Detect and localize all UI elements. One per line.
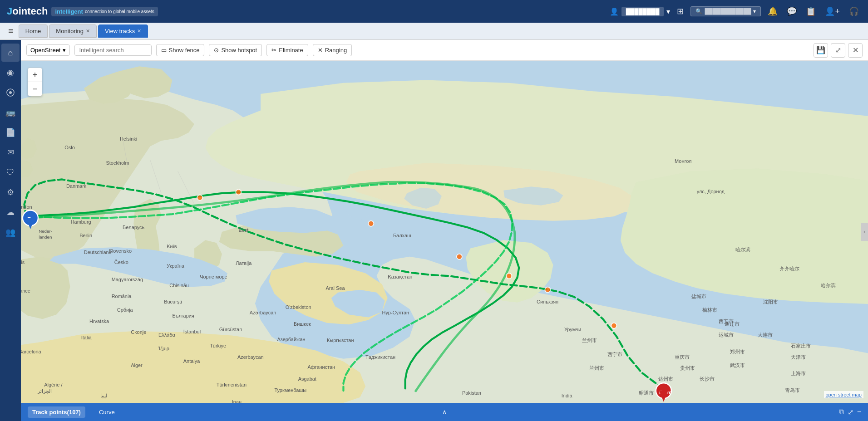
svg-text:O'zbekiston: O'zbekiston <box>286 304 311 310</box>
hotspot-label: Show hotspot <box>221 47 257 54</box>
ranging-button[interactable]: ✕ Ranging <box>313 44 352 56</box>
sidebar-item-messages[interactable]: ✉ <box>1 143 20 162</box>
header: Jointech intelligent connection to globa… <box>0 0 868 23</box>
zoom-in-button[interactable]: + <box>28 68 42 82</box>
message-icon[interactable]: 💬 <box>784 4 799 19</box>
svg-point-7 <box>197 195 202 201</box>
sidebar-item-settings[interactable]: ⚙ <box>1 183 20 201</box>
svg-text:Аsgabat: Аsgabat <box>298 376 316 382</box>
svg-text:الجزائر: الجزائر <box>37 388 52 394</box>
svg-text:Лaтвija: Лaтвija <box>236 260 252 266</box>
map-type-select[interactable]: OpenStreet ▾ <box>26 44 70 56</box>
svg-text:România: România <box>112 294 132 299</box>
tabs-bar: ≡ Home Monitoring ✕ View tracks ✕ <box>0 23 868 40</box>
close-map-button[interactable]: ✕ <box>848 43 863 58</box>
map-credit[interactable]: open street map <box>824 391 864 398</box>
svg-text:Монгол: Монгол <box>675 158 691 164</box>
svg-text:Türkiye: Türkiye <box>210 343 226 348</box>
sidebar-item-weather[interactable]: ☁ <box>1 203 20 221</box>
tab-monitoring-label: Monitoring <box>56 28 84 34</box>
svg-text:Ίζμιρ: Ίζμιρ <box>158 346 169 351</box>
svg-text:Чорне море: Чорне море <box>200 274 227 279</box>
svg-text:兰州市: 兰州市 <box>589 365 604 371</box>
main-layout: ⌂ ◉ 🚌 📄 ✉ 🛡 ⚙ ☁ 👥 OpenStreet ▾ ▭ Show fe <box>0 40 868 421</box>
svg-text:Урумчи: Урумчи <box>564 327 581 332</box>
svg-text:Neder-: Neder- <box>39 229 52 234</box>
svg-text:Oslo: Oslo <box>64 145 74 150</box>
dashboard-icon[interactable]: ⊞ <box>675 4 686 19</box>
svg-text:沈阳市: 沈阳市 <box>763 299 778 304</box>
user-add-icon[interactable]: 👤+ <box>823 4 842 19</box>
svg-text:哈尔滨: 哈尔滨 <box>735 247 750 252</box>
svg-text:Bucurști: Bucurști <box>164 299 182 304</box>
svg-text:Србиjа: Србиjа <box>117 307 133 313</box>
svg-text:Кыргызстан: Кыргызстан <box>327 338 354 343</box>
svg-text:重庆市: 重庆市 <box>675 354 690 360</box>
svg-text:石家庄市: 石家庄市 <box>791 343 811 348</box>
sidebar-item-users[interactable]: 👥 <box>1 223 20 241</box>
tab-home[interactable]: Home <box>19 24 48 38</box>
svg-text:大连市: 大连市 <box>758 332 773 338</box>
sidebar-item-home[interactable]: ⌂ <box>1 44 20 62</box>
sidebar-item-reports[interactable]: 📄 <box>1 123 20 142</box>
sidebar-item-tracking[interactable] <box>1 83 20 102</box>
svg-text:France: France <box>21 288 30 294</box>
svg-text:Azerbaycan: Azerbaycan <box>237 354 264 360</box>
svg-text:Gürcüstan: Gürcüstan <box>219 327 242 332</box>
tab-monitoring[interactable]: Monitoring ✕ <box>49 24 97 38</box>
user-avatar-icon: 👤 <box>610 7 619 16</box>
map-container[interactable]: Oslo Helsinki Stockholm Danmark Great Br… <box>21 61 868 403</box>
tab-view-tracks-label: View tracks <box>105 28 135 34</box>
intelligent-text: intelligent <box>55 8 83 15</box>
svg-text:улс, Дорнод: улс, Дорнод <box>697 189 725 194</box>
right-collapse-button[interactable]: ‹ <box>861 223 868 241</box>
svg-text:齐齐哈尔: 齐齐哈尔 <box>779 266 799 271</box>
copy-icon[interactable]: ⧉ <box>839 408 844 416</box>
show-hotspot-button[interactable]: ⊙ Show hotspot <box>209 44 262 56</box>
external-link-icon: ⤢ <box>835 46 841 54</box>
intelligent-search-input[interactable] <box>74 44 152 56</box>
svg-text:榆林市: 榆林市 <box>702 307 717 313</box>
user-name[interactable]: ████████ <box>621 7 664 16</box>
tab-home-label: Home <box>25 28 41 34</box>
logo-text: Jointech <box>7 5 48 17</box>
tab-monitoring-close[interactable]: ✕ <box>86 28 90 34</box>
header-user[interactable]: 👤 ████████ ▾ <box>610 7 671 16</box>
sidebar-item-location[interactable]: ◉ <box>1 64 20 82</box>
svg-text:Бишкек: Бишкек <box>294 321 311 327</box>
minimize-icon[interactable]: − <box>857 408 861 416</box>
svg-point-9 <box>368 221 374 226</box>
tab-track-points[interactable]: Track points(107) <box>28 406 85 418</box>
fullscreen-icon[interactable]: ⤢ <box>848 408 853 416</box>
eliminate-button[interactable]: ✂ Eliminate <box>266 44 308 56</box>
report-icon[interactable]: 📋 <box>804 4 818 19</box>
tab-curve[interactable]: Curve <box>94 406 119 418</box>
svg-text:兰州市: 兰州市 <box>582 338 597 343</box>
svg-text:Türkmenistan: Türkmenistan <box>217 382 247 387</box>
svg-text:贵州市: 贵州市 <box>680 365 695 371</box>
external-link-button[interactable]: ⤢ <box>831 43 845 58</box>
show-fence-button[interactable]: ▭ Show fence <box>156 44 205 56</box>
save-button[interactable]: 💾 <box>814 43 828 58</box>
hamburger-icon[interactable]: ≡ <box>5 24 17 39</box>
tab-view-tracks[interactable]: View tracks ✕ <box>98 24 148 38</box>
fence-icon: ▭ <box>161 47 167 54</box>
search-icon: 🔍 <box>695 8 702 15</box>
bottom-chevron-icon[interactable]: ∧ <box>442 408 447 416</box>
sidebar: ⌂ ◉ 🚌 📄 ✉ 🛡 ⚙ ☁ 👥 <box>0 40 21 421</box>
svg-text:青岛市: 青岛市 <box>785 387 800 393</box>
sidebar-item-alerts[interactable]: 🛡 <box>1 163 20 181</box>
zoom-out-button[interactable]: − <box>28 82 42 96</box>
svg-text:Бeларусь: Бeларусь <box>123 225 145 230</box>
sidebar-item-vehicle[interactable]: 🚌 <box>1 103 20 122</box>
svg-text:达州市: 达州市 <box>658 376 673 382</box>
svg-text:Украïна: Украïна <box>167 263 184 269</box>
svg-text:西宁市: 西宁市 <box>607 352 622 357</box>
svg-text:Kиïв: Kиïв <box>167 244 177 249</box>
svg-point-8 <box>236 189 241 195</box>
notification-icon[interactable]: 🔔 <box>765 4 780 19</box>
eliminate-label: Eliminate <box>279 47 303 54</box>
tab-view-tracks-close[interactable]: ✕ <box>137 28 141 34</box>
svg-text:Туркменбашы: Туркменбашы <box>274 387 306 393</box>
support-icon[interactable]: 🎧 <box>847 4 861 19</box>
